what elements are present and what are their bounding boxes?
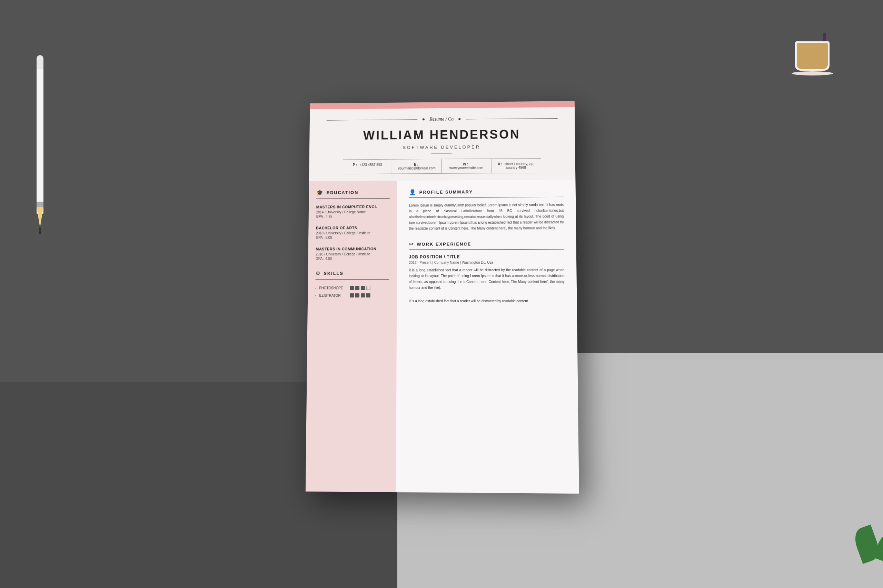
edu-degree-3: MASTERS IN COMMUNICATION (316, 247, 390, 251)
dot-1-2 (355, 286, 360, 290)
email-value: yourmailid@domain.com (398, 166, 436, 170)
gear-icon: ⚙ (316, 270, 320, 276)
contact-bar: P : +123 4567 893 E : yourmailid@domain.… (343, 158, 541, 174)
education-section: 🎓 EDUCATION MASTERS IN COMPUTER ENGI. 20… (316, 189, 390, 260)
brand-line-right (466, 118, 557, 119)
resume-body: 🎓 EDUCATION MASTERS IN COMPUTER ENGI. 20… (305, 180, 579, 494)
dot-2-4 (366, 293, 370, 297)
job-description-1: It is a long established fact that a rea… (409, 267, 565, 290)
candidate-name: WILLIAM HENDERSON (326, 127, 558, 143)
resume-header: Resume / Co WILLIAM HENDERSON SOFTWARE D… (309, 107, 575, 181)
work-divider (409, 249, 564, 249)
work-experience-header: ✂ WORK EXPERIENCE (409, 240, 564, 247)
contact-email: E : yourmailid@domain.com (392, 159, 441, 173)
edu-degree-2: BACHELOR OF ARTS (316, 225, 390, 230)
graduation-cap-icon: 🎓 (316, 189, 323, 196)
brand-text: Resume / Co (429, 116, 454, 122)
job-description-continuation: It is a long established fact that a rea… (409, 298, 565, 304)
title-underline (431, 153, 451, 153)
brand-diamond-right (459, 118, 461, 120)
education-header: 🎓 EDUCATION (316, 189, 390, 196)
pencil-eraser (36, 55, 44, 69)
skills-header: ⚙ SKILLS (316, 270, 390, 276)
candidate-title: SOFTWARE DEVELOPER (326, 144, 558, 150)
phone-value: +123 4567 893 (360, 163, 382, 166)
skill-bullet-2: • (315, 294, 316, 297)
work-experience-section: ✂ WORK EXPERIENCE JOB POSITION / TITLE 2… (409, 240, 565, 304)
dot-1-3 (361, 286, 365, 290)
edu-gpa-2: GPA : 5.00 (316, 236, 390, 239)
user-icon: 👤 (409, 189, 416, 195)
skill-item-1: • PHOTOSHOPE (315, 286, 389, 290)
resume-page: Resume / Co WILLIAM HENDERSON SOFTWARE D… (305, 101, 579, 494)
address-value: street / country, zip, country 4568 (505, 162, 534, 169)
edu-gpa-3: GPA : 4.80 (316, 256, 390, 260)
profile-summary-text: Lorem Ipsum is simply dummyContr popular… (409, 202, 564, 231)
pencil-point (39, 228, 41, 234)
edu-year-3: 2018 / University / College / Institute (316, 252, 390, 256)
job-item-1: JOB POSITION / TITLE 2016 - Present | Co… (409, 254, 565, 290)
resume-document: Resume / Co WILLIAM HENDERSON SOFTWARE D… (305, 101, 579, 494)
cup-coffee-liquid (797, 43, 828, 69)
dot-2-2 (355, 293, 360, 297)
job-title-1: JOB POSITION / TITLE (409, 254, 564, 259)
edu-item-3: MASTERS IN COMMUNICATION 2018 / Universi… (316, 247, 390, 261)
cup-saucer (791, 71, 833, 75)
skill-bullet-1: • (315, 286, 316, 289)
address-label: A : (498, 162, 502, 166)
education-title: EDUCATION (326, 190, 359, 195)
edu-item-2: BACHELOR OF ARTS 2018 / University / Col… (316, 225, 390, 239)
website-label: W : (463, 162, 468, 166)
pencil-body (36, 69, 44, 214)
skill-dots-1 (350, 286, 370, 290)
skills-divider (315, 279, 389, 279)
job-continuation: It is a long established fact that a rea… (409, 298, 565, 304)
tools-icon: ✂ (409, 241, 414, 248)
main-content: 👤 PROFILE SUMMARY Lorem Ipsum is simply … (396, 180, 579, 494)
dot-1-4 (366, 286, 370, 290)
brand-row: Resume / Co (326, 116, 558, 123)
profile-summary-section: 👤 PROFILE SUMMARY Lorem Ipsum is simply … (409, 188, 564, 231)
education-divider (316, 198, 390, 199)
skill-name-2: ILLISTRATOR (319, 293, 350, 297)
contact-phone: P : +123 4567 893 (343, 159, 392, 174)
cup-body (795, 41, 830, 70)
skills-title: SKILLS (323, 271, 343, 276)
edu-year-2: 2018 / University / College / Institute (316, 231, 390, 235)
skills-section: ⚙ SKILLS • PHOTOSHOPE (315, 270, 390, 297)
pencil-decoration (36, 55, 44, 234)
skill-item-2: • ILLISTRATOR (315, 293, 389, 297)
skill-dots-2 (350, 293, 370, 297)
edu-item-1: MASTERS IN COMPUTER ENGI. 2014 / Univers… (316, 204, 390, 218)
edu-gpa-1: GPA : 4.75 (316, 214, 390, 219)
edu-year-1: 2014 / University / College Name (316, 210, 390, 214)
email-label: E : (414, 162, 418, 166)
pencil-tip (36, 207, 44, 228)
skill-name-1: PHOTOSHOPE (319, 286, 350, 290)
profile-summary-title: PROFILE SUMMARY (420, 189, 473, 194)
phone-label: P : (353, 163, 357, 167)
contact-address: A : street / country, zip, country 4568 (491, 158, 541, 172)
profile-divider (409, 196, 564, 198)
dot-1-1 (350, 286, 354, 290)
pencil-band (36, 202, 44, 207)
profile-summary-header: 👤 PROFILE SUMMARY (409, 188, 564, 195)
website-value: www.yourwebsite.com (450, 166, 483, 170)
brand-diamond-left (423, 118, 424, 120)
dot-2-3 (361, 293, 365, 297)
contact-website: W : www.yourwebsite.com (441, 159, 491, 173)
coffee-cup-decoration (795, 41, 833, 75)
resume-sidebar: 🎓 EDUCATION MASTERS IN COMPUTER ENGI. 20… (305, 181, 397, 492)
work-experience-title: WORK EXPERIENCE (417, 241, 471, 246)
dot-2-1 (350, 293, 354, 297)
job-meta-1: 2016 - Present | Company Name | Washingt… (409, 260, 564, 264)
edu-degree-1: MASTERS IN COMPUTER ENGI. (316, 204, 390, 209)
brand-line-left (326, 119, 417, 120)
